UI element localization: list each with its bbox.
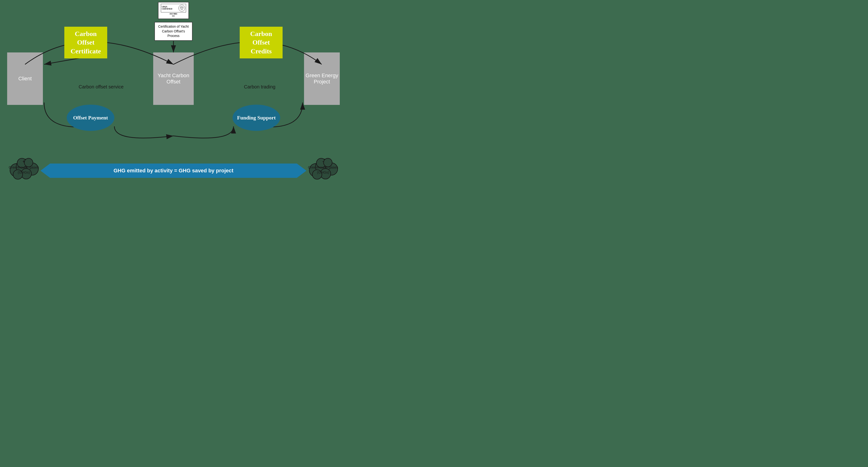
cloud-right: - Greenhouse gases (GHGs) xyxy=(304,151,342,182)
ghg-banner: GHG emitted by activity = GHG saved by p… xyxy=(50,164,297,178)
lrqa-label: LRQACERTIFIED xyxy=(162,6,172,10)
yellow-right-text: Carbon Offset Credits xyxy=(250,30,272,55)
oval-funding-support: Funding Support xyxy=(232,105,280,131)
cloud-left-text: + Greenhouse gases (GHGs) xyxy=(5,151,43,182)
gray-rect-yacht: Yacht Carbon Offset xyxy=(153,53,194,105)
gray-rect-green-energy: Green Energy Project xyxy=(304,53,340,105)
offset-payment-label: Offset Payment xyxy=(73,115,108,121)
yellow-left-text: Carbon Offset Certificate xyxy=(70,30,101,55)
ukas-number: 0001 xyxy=(161,15,186,17)
gray-rect-client: Client xyxy=(7,53,43,105)
yacht-label: Yacht Carbon Offset xyxy=(153,72,194,85)
label-carbon-trading: Carbon trading xyxy=(244,83,275,90)
cloud-right-text: - Greenhouse gases (GHGs) xyxy=(304,151,342,182)
green-energy-label: Green Energy Project xyxy=(304,72,340,85)
oval-offset-payment: Offset Payment xyxy=(67,105,114,131)
diagram-container: LRQACERTIFIED UKASMGMTSYS ISO 9001 0001 … xyxy=(0,0,347,187)
cloud-left: + Greenhouse gases (GHGs) xyxy=(5,151,43,182)
certification-text: Certification of Yacht Carbon Offset's P… xyxy=(158,25,189,38)
yellow-box-certificate: Carbon Offset Certificate xyxy=(64,27,107,58)
yellow-box-credits: Carbon Offset Credits xyxy=(240,27,283,58)
certification-box: Certification of Yacht Carbon Offset's P… xyxy=(154,22,192,41)
client-label: Client xyxy=(18,76,32,82)
ghg-banner-text: GHG emitted by activity = GHG saved by p… xyxy=(114,168,233,174)
funding-support-label: Funding Support xyxy=(237,115,276,121)
label-carbon-offset-service: Carbon offset service xyxy=(79,83,124,90)
ukas-circle: UKASMGMTSYS xyxy=(179,5,185,11)
iso-logo-box: LRQACERTIFIED UKASMGMTSYS ISO 9001 0001 xyxy=(158,2,189,19)
iso-number: ISO 9001 xyxy=(161,13,186,15)
